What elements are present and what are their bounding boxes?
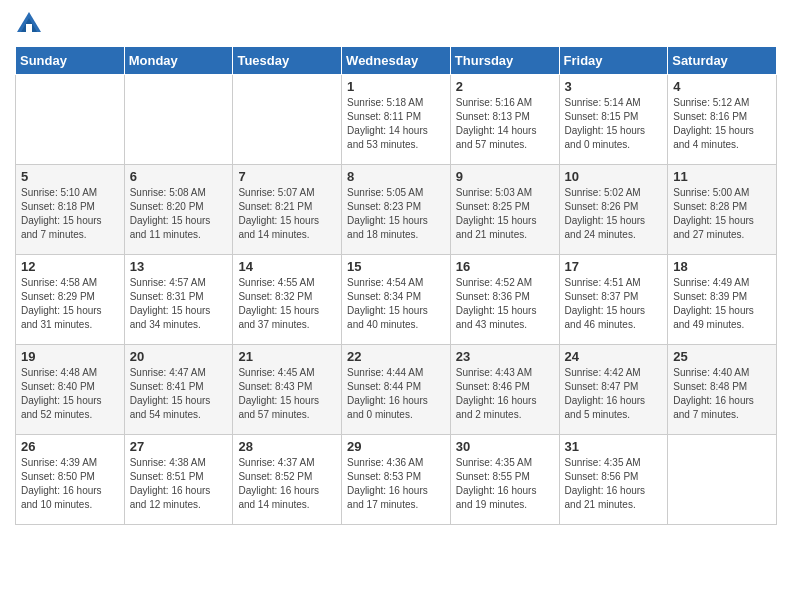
day-number: 20	[130, 349, 228, 364]
day-info: Sunrise: 4:55 AM Sunset: 8:32 PM Dayligh…	[238, 276, 336, 332]
logo-icon	[15, 10, 43, 38]
day-info: Sunrise: 5:10 AM Sunset: 8:18 PM Dayligh…	[21, 186, 119, 242]
calendar-cell: 4Sunrise: 5:12 AM Sunset: 8:16 PM Daylig…	[668, 75, 777, 165]
day-info: Sunrise: 4:49 AM Sunset: 8:39 PM Dayligh…	[673, 276, 771, 332]
calendar-cell	[16, 75, 125, 165]
calendar-cell: 12Sunrise: 4:58 AM Sunset: 8:29 PM Dayli…	[16, 255, 125, 345]
calendar-week-row: 19Sunrise: 4:48 AM Sunset: 8:40 PM Dayli…	[16, 345, 777, 435]
day-number: 16	[456, 259, 554, 274]
day-info: Sunrise: 4:40 AM Sunset: 8:48 PM Dayligh…	[673, 366, 771, 422]
day-number: 30	[456, 439, 554, 454]
day-number: 18	[673, 259, 771, 274]
day-number: 9	[456, 169, 554, 184]
day-number: 14	[238, 259, 336, 274]
day-info: Sunrise: 5:12 AM Sunset: 8:16 PM Dayligh…	[673, 96, 771, 152]
calendar-cell: 14Sunrise: 4:55 AM Sunset: 8:32 PM Dayli…	[233, 255, 342, 345]
day-info: Sunrise: 4:35 AM Sunset: 8:56 PM Dayligh…	[565, 456, 663, 512]
calendar-cell: 17Sunrise: 4:51 AM Sunset: 8:37 PM Dayli…	[559, 255, 668, 345]
day-header-wednesday: Wednesday	[342, 47, 451, 75]
day-info: Sunrise: 5:16 AM Sunset: 8:13 PM Dayligh…	[456, 96, 554, 152]
day-number: 29	[347, 439, 445, 454]
calendar-cell: 31Sunrise: 4:35 AM Sunset: 8:56 PM Dayli…	[559, 435, 668, 525]
svg-rect-2	[26, 24, 32, 32]
day-header-tuesday: Tuesday	[233, 47, 342, 75]
calendar-cell: 26Sunrise: 4:39 AM Sunset: 8:50 PM Dayli…	[16, 435, 125, 525]
calendar-cell: 8Sunrise: 5:05 AM Sunset: 8:23 PM Daylig…	[342, 165, 451, 255]
calendar-cell: 23Sunrise: 4:43 AM Sunset: 8:46 PM Dayli…	[450, 345, 559, 435]
day-number: 17	[565, 259, 663, 274]
day-info: Sunrise: 4:45 AM Sunset: 8:43 PM Dayligh…	[238, 366, 336, 422]
day-number: 2	[456, 79, 554, 94]
logo	[15, 10, 47, 38]
day-number: 27	[130, 439, 228, 454]
day-info: Sunrise: 4:37 AM Sunset: 8:52 PM Dayligh…	[238, 456, 336, 512]
day-info: Sunrise: 4:42 AM Sunset: 8:47 PM Dayligh…	[565, 366, 663, 422]
day-info: Sunrise: 5:03 AM Sunset: 8:25 PM Dayligh…	[456, 186, 554, 242]
calendar-cell: 21Sunrise: 4:45 AM Sunset: 8:43 PM Dayli…	[233, 345, 342, 435]
day-info: Sunrise: 4:43 AM Sunset: 8:46 PM Dayligh…	[456, 366, 554, 422]
calendar-cell: 7Sunrise: 5:07 AM Sunset: 8:21 PM Daylig…	[233, 165, 342, 255]
day-number: 31	[565, 439, 663, 454]
calendar-cell: 10Sunrise: 5:02 AM Sunset: 8:26 PM Dayli…	[559, 165, 668, 255]
calendar-cell: 18Sunrise: 4:49 AM Sunset: 8:39 PM Dayli…	[668, 255, 777, 345]
day-number: 12	[21, 259, 119, 274]
day-number: 8	[347, 169, 445, 184]
calendar-week-row: 5Sunrise: 5:10 AM Sunset: 8:18 PM Daylig…	[16, 165, 777, 255]
calendar-cell: 13Sunrise: 4:57 AM Sunset: 8:31 PM Dayli…	[124, 255, 233, 345]
day-info: Sunrise: 4:54 AM Sunset: 8:34 PM Dayligh…	[347, 276, 445, 332]
day-info: Sunrise: 4:39 AM Sunset: 8:50 PM Dayligh…	[21, 456, 119, 512]
calendar-cell: 6Sunrise: 5:08 AM Sunset: 8:20 PM Daylig…	[124, 165, 233, 255]
calendar-cell: 15Sunrise: 4:54 AM Sunset: 8:34 PM Dayli…	[342, 255, 451, 345]
day-number: 6	[130, 169, 228, 184]
day-number: 13	[130, 259, 228, 274]
calendar-cell	[668, 435, 777, 525]
calendar-cell: 29Sunrise: 4:36 AM Sunset: 8:53 PM Dayli…	[342, 435, 451, 525]
day-number: 5	[21, 169, 119, 184]
day-info: Sunrise: 4:51 AM Sunset: 8:37 PM Dayligh…	[565, 276, 663, 332]
calendar-week-row: 26Sunrise: 4:39 AM Sunset: 8:50 PM Dayli…	[16, 435, 777, 525]
calendar-cell: 24Sunrise: 4:42 AM Sunset: 8:47 PM Dayli…	[559, 345, 668, 435]
day-header-sunday: Sunday	[16, 47, 125, 75]
day-info: Sunrise: 4:52 AM Sunset: 8:36 PM Dayligh…	[456, 276, 554, 332]
day-info: Sunrise: 5:05 AM Sunset: 8:23 PM Dayligh…	[347, 186, 445, 242]
day-number: 7	[238, 169, 336, 184]
day-number: 26	[21, 439, 119, 454]
day-info: Sunrise: 4:35 AM Sunset: 8:55 PM Dayligh…	[456, 456, 554, 512]
day-info: Sunrise: 4:47 AM Sunset: 8:41 PM Dayligh…	[130, 366, 228, 422]
day-info: Sunrise: 5:02 AM Sunset: 8:26 PM Dayligh…	[565, 186, 663, 242]
day-info: Sunrise: 4:58 AM Sunset: 8:29 PM Dayligh…	[21, 276, 119, 332]
day-number: 23	[456, 349, 554, 364]
calendar-cell: 22Sunrise: 4:44 AM Sunset: 8:44 PM Dayli…	[342, 345, 451, 435]
day-info: Sunrise: 4:36 AM Sunset: 8:53 PM Dayligh…	[347, 456, 445, 512]
day-number: 22	[347, 349, 445, 364]
day-info: Sunrise: 4:38 AM Sunset: 8:51 PM Dayligh…	[130, 456, 228, 512]
calendar-table: SundayMondayTuesdayWednesdayThursdayFrid…	[15, 46, 777, 525]
calendar-cell: 25Sunrise: 4:40 AM Sunset: 8:48 PM Dayli…	[668, 345, 777, 435]
calendar-cell	[124, 75, 233, 165]
day-info: Sunrise: 5:18 AM Sunset: 8:11 PM Dayligh…	[347, 96, 445, 152]
day-number: 4	[673, 79, 771, 94]
calendar-cell: 1Sunrise: 5:18 AM Sunset: 8:11 PM Daylig…	[342, 75, 451, 165]
day-number: 25	[673, 349, 771, 364]
day-number: 10	[565, 169, 663, 184]
day-info: Sunrise: 5:14 AM Sunset: 8:15 PM Dayligh…	[565, 96, 663, 152]
day-info: Sunrise: 4:57 AM Sunset: 8:31 PM Dayligh…	[130, 276, 228, 332]
day-header-monday: Monday	[124, 47, 233, 75]
calendar-week-row: 12Sunrise: 4:58 AM Sunset: 8:29 PM Dayli…	[16, 255, 777, 345]
calendar-cell: 5Sunrise: 5:10 AM Sunset: 8:18 PM Daylig…	[16, 165, 125, 255]
day-header-saturday: Saturday	[668, 47, 777, 75]
day-number: 1	[347, 79, 445, 94]
day-number: 11	[673, 169, 771, 184]
calendar-cell: 19Sunrise: 4:48 AM Sunset: 8:40 PM Dayli…	[16, 345, 125, 435]
calendar-header-row: SundayMondayTuesdayWednesdayThursdayFrid…	[16, 47, 777, 75]
calendar-cell: 20Sunrise: 4:47 AM Sunset: 8:41 PM Dayli…	[124, 345, 233, 435]
day-info: Sunrise: 5:08 AM Sunset: 8:20 PM Dayligh…	[130, 186, 228, 242]
day-header-friday: Friday	[559, 47, 668, 75]
day-header-thursday: Thursday	[450, 47, 559, 75]
calendar-cell: 2Sunrise: 5:16 AM Sunset: 8:13 PM Daylig…	[450, 75, 559, 165]
page-header	[15, 10, 777, 38]
calendar-cell: 9Sunrise: 5:03 AM Sunset: 8:25 PM Daylig…	[450, 165, 559, 255]
calendar-cell: 16Sunrise: 4:52 AM Sunset: 8:36 PM Dayli…	[450, 255, 559, 345]
day-number: 19	[21, 349, 119, 364]
day-number: 21	[238, 349, 336, 364]
